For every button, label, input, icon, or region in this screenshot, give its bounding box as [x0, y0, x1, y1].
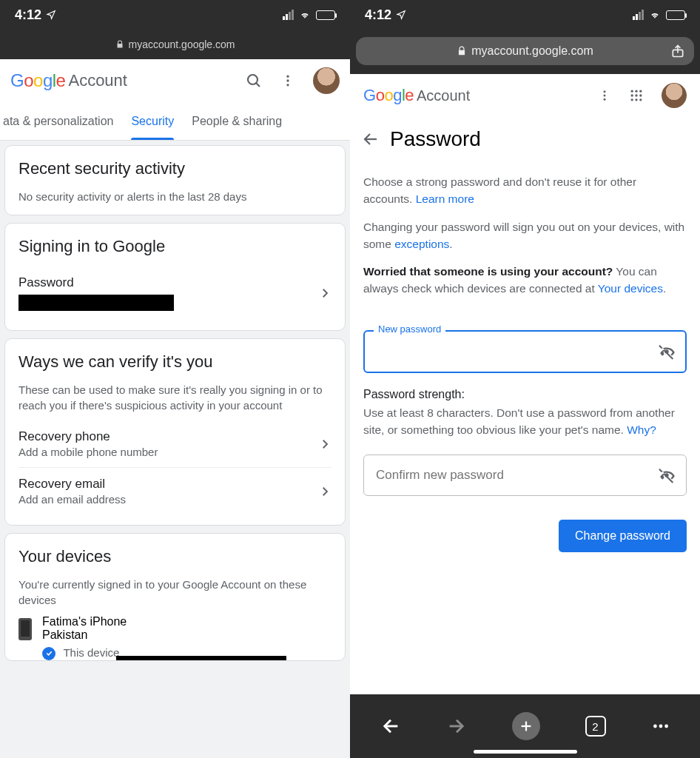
strength-body: Use at least 8 characters. Don't use a p…: [363, 404, 687, 439]
row-recovery-phone[interactable]: Recovery phone Add a mobile phone number: [18, 420, 332, 467]
avatar[interactable]: [313, 67, 340, 94]
device-location: Pakistan: [42, 628, 127, 642]
confirm-password-field-wrap: [363, 455, 687, 496]
svg-point-13: [635, 94, 637, 96]
content: Recent security activity No security act…: [0, 141, 350, 758]
password-label: Password: [18, 275, 318, 290]
svg-point-17: [639, 98, 642, 101]
your-devices-link[interactable]: Your devices: [598, 282, 663, 295]
home-indicator: [474, 750, 577, 754]
battery-icon: [316, 10, 335, 20]
chevron-right-icon: [318, 286, 332, 300]
signal-icon: [283, 10, 294, 20]
phone-icon: [18, 618, 32, 640]
card-body: No security activity or alerts in the la…: [18, 189, 332, 204]
browser-chrome: myaccount.google.com: [350, 30, 700, 74]
why-link[interactable]: Why?: [627, 423, 656, 436]
status-time: 4:12: [365, 7, 391, 23]
location-arrow-icon: [396, 10, 406, 20]
url-text: myaccount.google.com: [471, 44, 593, 58]
svg-point-27: [664, 725, 668, 728]
svg-point-6: [604, 90, 606, 93]
nav-tabs-button[interactable]: 2: [585, 716, 606, 737]
card-body: You're currently signed in to your Googl…: [18, 577, 332, 608]
confirm-password-input[interactable]: [363, 455, 687, 496]
tabs: ata & personalization Security People & …: [0, 102, 350, 141]
device-item[interactable]: Fatima's iPhone Pakistan This device: [18, 608, 332, 660]
share-icon[interactable]: [670, 44, 685, 58]
tab-security[interactable]: Security: [122, 102, 183, 140]
learn-more-link[interactable]: Learn more: [416, 192, 474, 205]
account-heading: Account: [417, 87, 470, 104]
recovery-email-sub: Add an email address: [18, 493, 318, 506]
card-recent-activity[interactable]: Recent security activity No security act…: [4, 145, 346, 215]
nav-more-button[interactable]: [651, 717, 670, 736]
more-icon[interactable]: [280, 73, 295, 88]
svg-point-0: [248, 75, 258, 84]
signout-paragraph: Changing your password will sign you out…: [363, 218, 687, 253]
card-body: These can be used to make sure it's real…: [18, 382, 332, 413]
recovery-phone-label: Recovery phone: [18, 429, 318, 444]
chevron-right-icon: [318, 437, 332, 451]
search-icon[interactable]: [245, 72, 263, 90]
lock-icon: [115, 40, 124, 49]
svg-point-15: [631, 98, 633, 101]
card-title: Your devices: [18, 547, 332, 566]
this-device-label: This device: [63, 646, 119, 659]
lock-icon: [457, 46, 467, 56]
avatar[interactable]: [662, 83, 687, 108]
content: Password Choose a strong password and do…: [350, 117, 700, 694]
svg-point-20: [664, 473, 668, 477]
card-title: Signing in to Google: [18, 237, 332, 256]
more-icon[interactable]: [598, 89, 611, 102]
svg-point-2: [286, 76, 289, 78]
browser-urlbar[interactable]: myaccount.google.com: [0, 30, 350, 59]
browser-urlbar[interactable]: myaccount.google.com: [356, 37, 694, 65]
svg-point-19: [664, 349, 668, 353]
page-title: Password: [390, 127, 481, 151]
right-screenshot: 4:12 myaccount.google.com Google Account: [350, 0, 700, 758]
tab-count: 2: [585, 716, 606, 737]
intro-paragraph: Choose a strong password and don't reuse…: [363, 173, 687, 208]
battery-icon: [666, 10, 685, 20]
card-title: Recent security activity: [18, 159, 332, 178]
apps-grid-icon[interactable]: [629, 88, 644, 103]
card-your-devices: Your devices You're currently signed in …: [4, 533, 346, 661]
signal-icon: [633, 10, 644, 20]
svg-point-14: [639, 94, 642, 96]
row-recovery-email[interactable]: Recovery email Add an email address: [18, 467, 332, 514]
wifi-icon: [298, 10, 312, 20]
worried-paragraph: Worried that someone is using your accou…: [363, 263, 687, 298]
new-password-input[interactable]: [363, 330, 687, 373]
row-password[interactable]: Password: [18, 266, 332, 320]
google-logo: Google: [10, 70, 65, 91]
visibility-off-icon[interactable]: [657, 466, 676, 485]
svg-point-26: [659, 725, 662, 728]
change-password-button[interactable]: Change password: [559, 520, 687, 552]
app-header: Google Account: [0, 59, 350, 102]
nav-back-button[interactable]: [380, 716, 401, 737]
password-redacted: [18, 295, 174, 311]
exceptions-link[interactable]: exceptions: [394, 238, 449, 250]
check-icon: [42, 647, 55, 660]
tab-data-personalization[interactable]: ata & personalization: [0, 102, 122, 140]
recovery-phone-sub: Add a mobile phone number: [18, 446, 318, 458]
tab-people-sharing[interactable]: People & sharing: [183, 102, 291, 140]
visibility-off-icon[interactable]: [657, 342, 676, 361]
svg-point-7: [604, 95, 606, 97]
back-arrow-icon[interactable]: [362, 130, 380, 148]
nav-forward-button[interactable]: [446, 716, 467, 737]
card-verify: Ways we can verify it's you These can be…: [4, 338, 346, 526]
svg-point-8: [604, 98, 606, 101]
location-arrow-icon: [46, 10, 56, 20]
nav-new-tab-button[interactable]: [512, 712, 540, 740]
status-time: 4:12: [15, 7, 41, 23]
recovery-email-label: Recovery email: [18, 477, 318, 492]
svg-point-3: [286, 79, 289, 81]
svg-point-9: [631, 90, 633, 93]
strength-title: Password strength:: [363, 388, 687, 401]
svg-point-10: [635, 90, 637, 93]
account-heading: Account: [68, 71, 127, 90]
svg-point-16: [635, 98, 637, 101]
status-bar: 4:12: [0, 0, 350, 30]
